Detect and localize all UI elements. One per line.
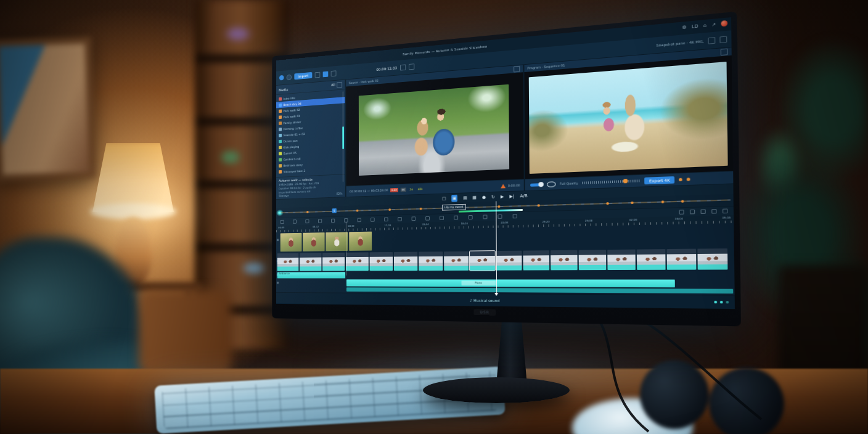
video-clip-thumbnail-v1[interactable] (300, 253, 321, 271)
view-filter-label[interactable]: All (331, 83, 335, 89)
grid-overlay-icon[interactable]: ▦ (472, 194, 477, 202)
video-clip-thumbnail-v1[interactable] (523, 250, 549, 270)
monitor-screen: Family Moments — Autumn & Seaside Slides… (276, 17, 735, 308)
clip-color-icon (279, 103, 282, 107)
timeline-tool-icon[interactable] (454, 216, 458, 220)
quality-label[interactable]: Full Quality (560, 181, 578, 186)
timeline-tool-icon[interactable] (440, 216, 444, 220)
fullscreen-icon[interactable] (708, 37, 715, 44)
track-header-icon-v2[interactable] (277, 239, 279, 242)
home-icon[interactable]: ⌂ (703, 23, 706, 28)
clip-marker-dot[interactable] (356, 210, 359, 212)
screen-layout-icon[interactable]: ▤ (463, 194, 467, 202)
timeline-tool-icon[interactable] (305, 219, 309, 224)
video-clip-thumbnail-v2[interactable] (280, 233, 302, 252)
timeline-tool-icon[interactable] (293, 219, 297, 223)
timeline-tool-icon[interactable] (425, 216, 430, 221)
step-forward-icon[interactable]: ▶| (509, 193, 514, 200)
ab-compare-icon[interactable]: A/B (520, 192, 528, 200)
video-clip-thumbnail-v1[interactable] (607, 250, 636, 270)
clip-marker-dot[interactable] (681, 200, 684, 202)
audio-clip-a1[interactable]: Ambience (277, 272, 345, 278)
video-clip-thumbnail-v2[interactable] (349, 232, 372, 251)
media-item-label: Park walk 02 (284, 108, 300, 112)
range-label-box[interactable]: Lily my sweet (442, 204, 465, 211)
video-clip-thumbnail-v1-selected[interactable] (470, 251, 495, 271)
clip-marker-dot[interactable] (538, 204, 540, 207)
marker-icon[interactable] (400, 64, 406, 70)
import-button[interactable]: Import (294, 72, 312, 80)
snap-icon[interactable] (409, 63, 414, 70)
project-scrollbar[interactable] (342, 91, 344, 182)
video-clip-thumbnail-v1[interactable] (370, 252, 393, 271)
share-icon[interactable]: ↗ (711, 22, 716, 27)
video-clip-thumbnail-v1[interactable] (419, 252, 443, 271)
source-settings-icon[interactable] (514, 66, 520, 73)
layout-icon[interactable] (719, 36, 727, 43)
timeline-tool-icon[interactable] (700, 209, 705, 214)
marker-badge[interactable]: 5 (332, 208, 337, 213)
timeline-tool-icon[interactable] (513, 214, 517, 218)
timeline-tool-icon[interactable] (711, 209, 716, 214)
timeline-tool-icon[interactable] (723, 208, 727, 213)
render-status-dot (687, 178, 690, 181)
clip-marker-dot[interactable] (388, 208, 391, 211)
record-icon[interactable]: ● (482, 194, 486, 201)
video-clip-thumbnail-v2[interactable] (326, 232, 348, 251)
timeline-tool-icon[interactable] (469, 215, 473, 219)
timeline-tool-icon[interactable] (280, 220, 284, 224)
program-preview-image (529, 62, 728, 174)
video-clip-thumbnail-v1[interactable] (551, 250, 578, 271)
video-clip-thumbnail-v1[interactable] (667, 249, 697, 270)
video-clip-thumbnail-v1[interactable] (444, 252, 469, 271)
video-clip-thumbnail-v1[interactable] (322, 253, 345, 271)
clip-marker-dot[interactable] (306, 211, 308, 213)
program-settings-icon[interactable] (721, 49, 728, 56)
timeline-tool-icon[interactable] (398, 217, 402, 221)
media-item-label: Park walk 03 (284, 114, 300, 118)
storage-value: 82% (337, 192, 343, 195)
timeline-tool-icon[interactable] (371, 218, 374, 222)
track-header-icon-a2[interactable] (277, 282, 279, 284)
timeline-tool-icon[interactable] (690, 210, 695, 215)
media-item-label: Kids playing (284, 144, 300, 149)
timeline-tool-icon[interactable] (358, 218, 361, 223)
settings-gear-icon[interactable]: ⚙ (682, 25, 686, 30)
video-clip-thumbnail-v1[interactable] (394, 252, 417, 271)
edit-workspace-tab[interactable] (323, 71, 329, 77)
timeline-tool-icon[interactable] (412, 216, 416, 221)
clip-marker-dot[interactable] (420, 208, 422, 210)
video-clip-thumbnail-v1[interactable] (277, 253, 299, 271)
preview-quality-toggle[interactable] (530, 183, 543, 187)
dual-monitor-icon[interactable]: ▣ (451, 195, 457, 202)
list-view-icon[interactable] (337, 82, 342, 88)
video-clip-thumbnail-v1[interactable] (637, 249, 666, 270)
video-clip-thumbnail-v1[interactable] (697, 248, 727, 270)
video-clip-thumbnail-v1[interactable] (496, 251, 522, 271)
scrollbar-thumb[interactable] (342, 126, 344, 149)
play-icon[interactable]: ▶ (501, 193, 504, 200)
timeline-tool-icon[interactable] (318, 219, 322, 223)
video-clip-thumbnail-v1[interactable] (346, 252, 369, 271)
clip-marker-dot[interactable] (631, 202, 634, 204)
clip-marker-dot[interactable] (661, 200, 665, 203)
clip-marker-dot[interactable] (606, 202, 608, 205)
user-avatar[interactable] (287, 74, 292, 80)
export-button[interactable]: Export 4K (644, 176, 674, 184)
timeline-tool-icon[interactable] (497, 215, 502, 219)
audio-clip-a2[interactable]: Piano (346, 279, 675, 287)
video-clip-thumbnail-v2[interactable] (303, 232, 324, 252)
loop-icon[interactable]: ↻ (491, 194, 495, 201)
clip-marker-dot[interactable] (497, 205, 500, 208)
effects-workspace-tab[interactable] (331, 70, 337, 76)
timeline-tool-icon[interactable] (483, 215, 487, 219)
timeline-tool-icon[interactable] (679, 210, 684, 215)
mask-ellipse-icon[interactable] (547, 181, 556, 187)
record-status-icon[interactable] (721, 20, 727, 27)
video-clip-thumbnail-v1[interactable] (579, 250, 607, 270)
panel-toggle-icon[interactable] (315, 72, 321, 78)
timeline-tool-icon[interactable] (384, 217, 388, 221)
safe-margins-icon[interactable]: □ (442, 195, 446, 202)
timeline-tool-icon[interactable] (331, 219, 335, 223)
clip-color-icon (279, 164, 282, 168)
